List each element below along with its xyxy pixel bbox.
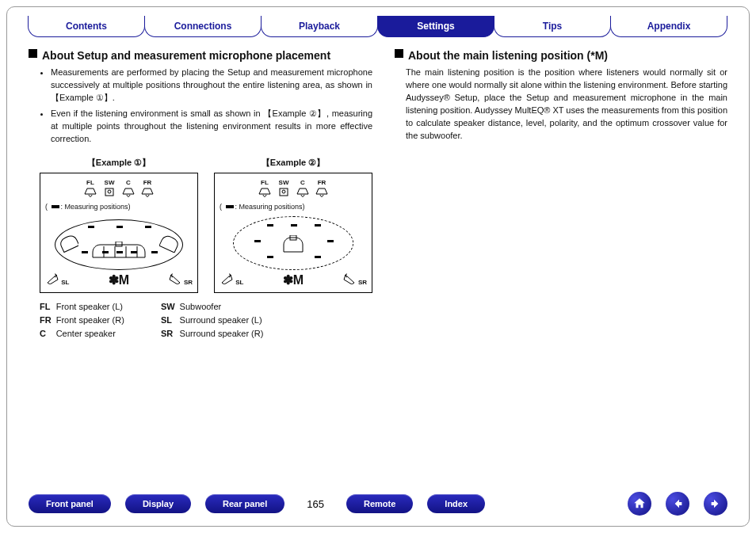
legend-col-2: SWSubwoofer SLSurround speaker (L) SRSur… [161, 301, 269, 341]
page: Contents Connections Playback Settings T… [0, 0, 756, 533]
speaker-icon [220, 273, 234, 284]
example-1-caption: ( : Measuring positions) [45, 202, 131, 212]
legend-col-1: FLFront speaker (L) FRFront speaker (R) … [40, 301, 129, 341]
spk-fr: FR [140, 178, 155, 199]
speaker-legend: FLFront speaker (L) FRFront speaker (R) … [40, 301, 372, 341]
example-2-top-speakers: FL SW C FR [215, 178, 372, 199]
example-2-figure: FL SW C FR ( : Measuring positions) [214, 173, 372, 293]
content-columns: About Setup and measurement microphone p… [29, 48, 727, 341]
right-body: The main listening position is the posit… [406, 67, 727, 143]
example-2-title: 【Example ②】 [214, 157, 372, 169]
btn-remote[interactable]: Remote [346, 494, 413, 513]
spk-fr: FR [315, 178, 329, 199]
spk-sr: SR [168, 273, 193, 287]
spk-sw: SW [277, 178, 291, 199]
example-2-caption: ( : Measuring positions) [220, 202, 305, 212]
speaker-icon [258, 187, 272, 198]
left-bullet-1: Measurements are performed by placing th… [51, 67, 372, 105]
left-column: About Setup and measurement microphone p… [29, 48, 372, 341]
legend-row: SLSurround speaker (L) [161, 314, 269, 328]
speaker-icon [83, 187, 97, 198]
measure-pos-icon [315, 224, 321, 227]
forward-button[interactable] [704, 492, 727, 516]
measure-pos-icon [327, 240, 334, 242]
tab-contents[interactable]: Contents [28, 16, 145, 37]
spk-sl: SL [220, 273, 243, 287]
svg-point-4 [282, 190, 285, 193]
home-button[interactable] [628, 492, 651, 516]
arrow-right-icon [709, 497, 722, 510]
tab-appendix[interactable]: Appendix [610, 16, 727, 37]
speaker-icon [342, 273, 357, 284]
measure-pos-icon [291, 224, 297, 227]
legend-row: SRSurround speaker (R) [161, 328, 269, 341]
svg-rect-0 [105, 188, 113, 196]
example-1-title: 【Example ①】 [40, 157, 198, 169]
measure-pos-icon [88, 226, 94, 228]
couch-icon [91, 242, 147, 264]
speaker-icon [121, 187, 136, 198]
tab-tips[interactable]: Tips [494, 16, 611, 37]
measure-pos-icon [267, 224, 273, 227]
measure-pos-icon [267, 256, 273, 258]
spk-sw: SW [102, 178, 116, 199]
top-tabs: Contents Connections Playback Settings T… [29, 16, 727, 37]
spk-c: C [121, 178, 136, 199]
spk-sr: SR [342, 273, 367, 287]
svg-rect-2 [116, 242, 122, 246]
btn-front-panel[interactable]: Front panel [29, 494, 111, 513]
left-bullets: Measurements are performed by placing th… [40, 67, 372, 146]
legend-row: FRFront speaker (R) [40, 314, 129, 328]
left-heading-text: About Setup and measurement microphone p… [42, 48, 330, 63]
speaker-icon [140, 187, 155, 198]
measure-pos-icon [315, 256, 321, 258]
legend-row: SWSubwoofer [161, 301, 269, 314]
page-number: 165 [307, 498, 324, 510]
btn-rear-panel[interactable]: Rear panel [205, 494, 284, 513]
left-heading: About Setup and measurement microphone p… [29, 48, 372, 63]
legend-row: FLFront speaker (L) [40, 301, 129, 314]
example-1-figure: FL SW C FR ( : Measuring positions) [40, 173, 198, 293]
example-1: 【Example ①】 FL SW C FR ( : Measuring pos… [40, 157, 198, 293]
example-2: 【Example ②】 FL SW C FR ( : Measuring pos… [214, 157, 372, 293]
legend-row: CCenter speaker [40, 328, 129, 341]
main-position-m: ✽M [109, 271, 129, 289]
right-heading: About the main listening position (*M) [395, 48, 727, 63]
measure-pos-icon [116, 226, 123, 228]
speaker-icon [315, 187, 329, 198]
seat-icon [281, 235, 305, 256]
right-column: About the main listening position (*M) T… [395, 48, 727, 341]
tab-playback[interactable]: Playback [261, 16, 378, 37]
bottom-bar: Front panel Display Rear panel 165 Remot… [29, 492, 727, 516]
measure-pos-icon [254, 240, 261, 242]
main-position-m: ✽M [283, 271, 304, 289]
speaker-icon [277, 187, 291, 198]
speaker-icon [168, 273, 182, 284]
tab-settings[interactable]: Settings [377, 16, 494, 37]
measure-pos-icon [151, 251, 158, 253]
arrow-left-icon [671, 497, 684, 510]
btn-display[interactable]: Display [125, 494, 191, 513]
speaker-icon [296, 187, 310, 198]
spk-c: C [296, 178, 310, 199]
seat-icon [59, 235, 78, 253]
left-bullet-2: Even if the listening environment is sma… [51, 108, 372, 146]
svg-rect-3 [280, 188, 288, 196]
square-bullet-icon [395, 49, 403, 58]
seat-icon [159, 235, 178, 253]
btn-index[interactable]: Index [427, 494, 485, 513]
measure-pos-icon [82, 251, 88, 253]
tab-connections[interactable]: Connections [144, 16, 262, 37]
speaker-icon [45, 273, 59, 284]
back-button[interactable] [666, 492, 689, 516]
svg-point-1 [108, 190, 111, 193]
home-icon [632, 497, 647, 511]
example-1-top-speakers: FL SW C FR [40, 178, 197, 199]
spk-fl: FL [83, 178, 97, 199]
spk-sl: SL [45, 273, 69, 287]
example-diagrams: 【Example ①】 FL SW C FR ( : Measuring pos… [40, 157, 372, 293]
measure-pos-icon [145, 226, 151, 228]
speaker-icon [102, 187, 116, 198]
square-bullet-icon [29, 49, 37, 58]
spk-fl: FL [258, 178, 272, 199]
